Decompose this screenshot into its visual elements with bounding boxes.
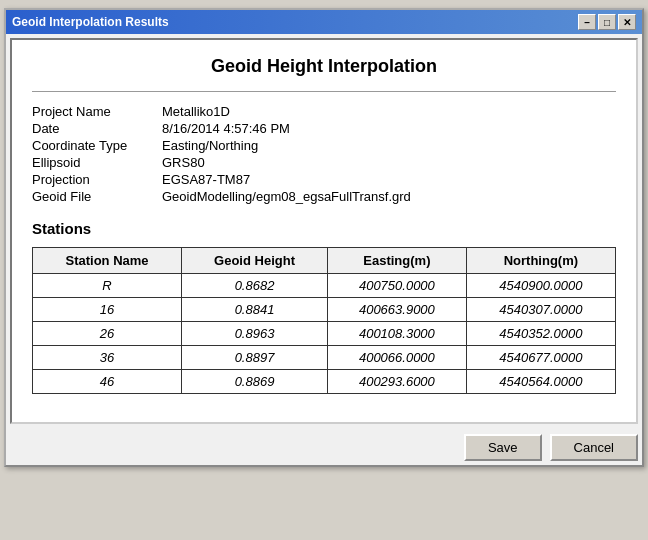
- window-title: Geoid Interpolation Results: [12, 15, 169, 29]
- title-bar-buttons: – □ ✕: [578, 14, 636, 30]
- table-cell-geoid_height: 0.8682: [182, 274, 328, 298]
- title-bar: Geoid Interpolation Results – □ ✕: [6, 10, 642, 34]
- table-cell-name: 46: [33, 370, 182, 394]
- table-cell-geoid_height: 0.8897: [182, 346, 328, 370]
- cancel-button[interactable]: Cancel: [550, 434, 638, 461]
- table-cell-northing: 4540677.0000: [466, 346, 615, 370]
- projection-value: EGSA87-TM87: [162, 172, 250, 187]
- table-row: 260.8963400108.30004540352.0000: [33, 322, 616, 346]
- col-header-geoid-height: Geoid Height: [182, 248, 328, 274]
- geoid-file-label: Geoid File: [32, 189, 162, 204]
- info-row-project: Project Name Metalliko1D: [32, 104, 616, 119]
- table-row: 460.8869400293.60004540564.0000: [33, 370, 616, 394]
- table-cell-northing: 4540352.0000: [466, 322, 615, 346]
- table-cell-easting: 400663.9000: [327, 298, 466, 322]
- coordinate-type-value: Easting/Northing: [162, 138, 258, 153]
- info-row-projection: Projection EGSA87-TM87: [32, 172, 616, 187]
- table-cell-easting: 400750.0000: [327, 274, 466, 298]
- project-name-label: Project Name: [32, 104, 162, 119]
- info-row-date: Date 8/16/2014 4:57:46 PM: [32, 121, 616, 136]
- table-row: R0.8682400750.00004540900.0000: [33, 274, 616, 298]
- table-cell-geoid_height: 0.8869: [182, 370, 328, 394]
- project-name-value: Metalliko1D: [162, 104, 230, 119]
- page-title: Geoid Height Interpolation: [32, 56, 616, 77]
- table-cell-geoid_height: 0.8841: [182, 298, 328, 322]
- ellipsoid-value: GRS80: [162, 155, 205, 170]
- col-header-station-name: Station Name: [33, 248, 182, 274]
- table-cell-easting: 400108.3000: [327, 322, 466, 346]
- table-header-row: Station Name Geoid Height Easting(m) Nor…: [33, 248, 616, 274]
- date-label: Date: [32, 121, 162, 136]
- table-cell-easting: 400066.0000: [327, 346, 466, 370]
- minimize-button[interactable]: –: [578, 14, 596, 30]
- table-row: 160.8841400663.90004540307.0000: [33, 298, 616, 322]
- close-button[interactable]: ✕: [618, 14, 636, 30]
- table-cell-northing: 4540900.0000: [466, 274, 615, 298]
- divider: [32, 91, 616, 92]
- info-row-ellipsoid: Ellipsoid GRS80: [32, 155, 616, 170]
- col-header-northing: Northing(m): [466, 248, 615, 274]
- stations-section-title: Stations: [32, 220, 616, 237]
- coordinate-type-label: Coordinate Type: [32, 138, 162, 153]
- table-cell-easting: 400293.6000: [327, 370, 466, 394]
- table-cell-northing: 4540564.0000: [466, 370, 615, 394]
- table-cell-northing: 4540307.0000: [466, 298, 615, 322]
- footer: Save Cancel: [6, 428, 642, 465]
- info-row-geoid-file: Geoid File GeoidModelling/egm08_egsaFull…: [32, 189, 616, 204]
- table-cell-name: R: [33, 274, 182, 298]
- table-row: 360.8897400066.00004540677.0000: [33, 346, 616, 370]
- save-button[interactable]: Save: [464, 434, 542, 461]
- table-cell-name: 36: [33, 346, 182, 370]
- date-value: 8/16/2014 4:57:46 PM: [162, 121, 290, 136]
- content-area: Geoid Height Interpolation Project Name …: [10, 38, 638, 424]
- maximize-button[interactable]: □: [598, 14, 616, 30]
- projection-label: Projection: [32, 172, 162, 187]
- table-cell-geoid_height: 0.8963: [182, 322, 328, 346]
- ellipsoid-label: Ellipsoid: [32, 155, 162, 170]
- main-window: Geoid Interpolation Results – □ ✕ Geoid …: [4, 8, 644, 467]
- col-header-easting: Easting(m): [327, 248, 466, 274]
- geoid-file-value: GeoidModelling/egm08_egsaFullTransf.grd: [162, 189, 411, 204]
- info-row-coordinate: Coordinate Type Easting/Northing: [32, 138, 616, 153]
- table-cell-name: 16: [33, 298, 182, 322]
- table-cell-name: 26: [33, 322, 182, 346]
- info-section: Project Name Metalliko1D Date 8/16/2014 …: [32, 104, 616, 204]
- stations-table: Station Name Geoid Height Easting(m) Nor…: [32, 247, 616, 394]
